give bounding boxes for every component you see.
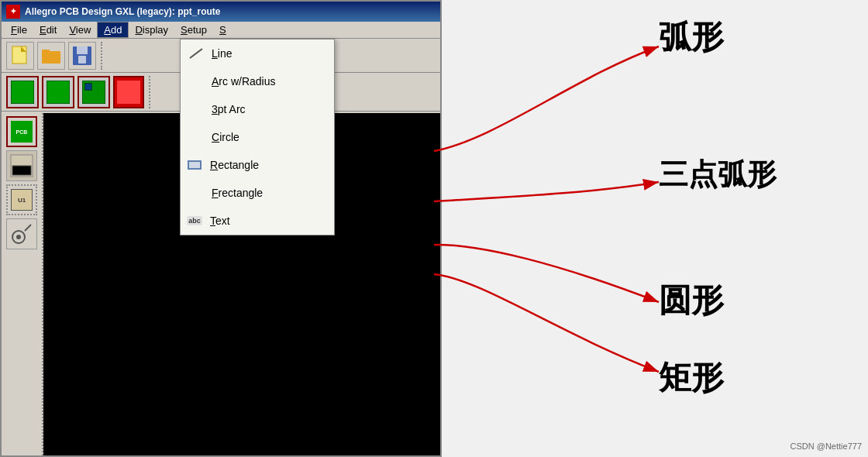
app-icon: ✦ (6, 5, 20, 19)
svg-line-11 (25, 225, 31, 231)
save-button[interactable] (68, 42, 96, 70)
pcb-btn-3[interactable] (78, 76, 110, 108)
line-icon (188, 47, 204, 60)
svg-rect-0 (12, 46, 26, 64)
3pt-arc-icon (188, 103, 204, 115)
menu-item-circle[interactable]: Circle (181, 123, 334, 151)
pcb-inner-2 (46, 81, 70, 104)
svg-rect-8 (12, 166, 31, 175)
text-icon: abc (187, 215, 202, 227)
three-pt-arc-annotation-label: 三点弧形 (659, 155, 777, 194)
menu-item-rectangle[interactable]: Rectangle (181, 151, 334, 179)
arc-radius-label: Arc w/Radius (212, 75, 275, 88)
menu-item-line[interactable]: Line (181, 40, 334, 67)
new-file-button[interactable] (6, 42, 34, 70)
circle-annotation-label: 圆形 (659, 279, 724, 322)
menu-bar: File Edit View Add Display Setup S (2, 22, 440, 39)
menu-view[interactable]: View (63, 22, 97, 37)
title-bar: ✦ Allegro PCB Design GXL (legacy): ppt_r… (2, 2, 440, 22)
menu-edit[interactable]: Edit (33, 22, 63, 37)
pcb-btn-1[interactable] (6, 76, 39, 108)
title-text: Allegro PCB Design GXL (legacy): ppt_rou… (25, 6, 220, 17)
circle-label: Circle (212, 131, 239, 143)
annotation-area: 弧形 三点弧形 圆形 矩形 (434, 0, 868, 457)
svg-point-10 (16, 235, 21, 239)
line-label: Line (212, 47, 232, 60)
menu-more[interactable]: S (213, 22, 232, 37)
watermark: CSDN @Nettie777 (790, 442, 862, 451)
menu-item-arc-radius[interactable]: Arc w/Radius (181, 67, 334, 95)
svg-rect-3 (42, 50, 50, 53)
menu-item-frectangle[interactable]: Frectangle (181, 179, 334, 207)
svg-rect-6 (78, 56, 86, 64)
rect-annotation-label: 矩形 (659, 356, 724, 400)
side-icon-4 (9, 222, 34, 246)
frectangle-label: Frectangle (212, 187, 263, 199)
side-toolbar: PCB U1 (2, 113, 43, 455)
dropdown-menu: Line Arc w/Radius 3pt Arc Circle Rectang… (180, 39, 335, 235)
svg-line-12 (190, 49, 202, 58)
toolbar-divider (101, 42, 105, 70)
arc-annotation-label: 弧形 (659, 15, 724, 59)
menu-setup[interactable]: Setup (174, 22, 213, 37)
pcb-inner-3 (82, 81, 105, 104)
rect-icon (187, 159, 202, 171)
side-icon-2 (9, 153, 34, 178)
save-icon (71, 45, 93, 67)
side-btn-2[interactable] (6, 150, 37, 181)
pcb-inner-1 (11, 81, 34, 104)
toolbar2-divider (149, 76, 153, 108)
new-file-icon (9, 45, 31, 67)
open-folder-icon (40, 45, 62, 67)
arc-radius-icon (188, 75, 204, 88)
frectangle-icon (188, 187, 204, 199)
3pt-arc-label: 3pt Arc (212, 103, 246, 115)
menu-item-text[interactable]: abc Text (181, 207, 334, 235)
menu-item-3pt-arc[interactable]: 3pt Arc (181, 95, 334, 123)
svg-rect-5 (77, 46, 88, 54)
side-btn-pcb1[interactable]: PCB (6, 116, 37, 147)
text-label: Text (210, 215, 230, 227)
annotation-arrows (434, 0, 868, 457)
menu-display[interactable]: Display (129, 22, 174, 37)
app-window: ✦ Allegro PCB Design GXL (legacy): ppt_r… (0, 0, 442, 457)
menu-add[interactable]: Add (97, 22, 129, 38)
open-file-button[interactable] (37, 42, 65, 70)
pcb-btn-4[interactable] (113, 76, 144, 108)
side-btn-u1[interactable]: U1 (6, 184, 37, 215)
menu-file[interactable]: File (5, 22, 33, 37)
rectangle-label: Rectangle (210, 159, 259, 171)
pcb-btn-2[interactable] (42, 76, 74, 108)
circle-icon (188, 131, 204, 143)
side-btn-4[interactable] (6, 218, 37, 249)
